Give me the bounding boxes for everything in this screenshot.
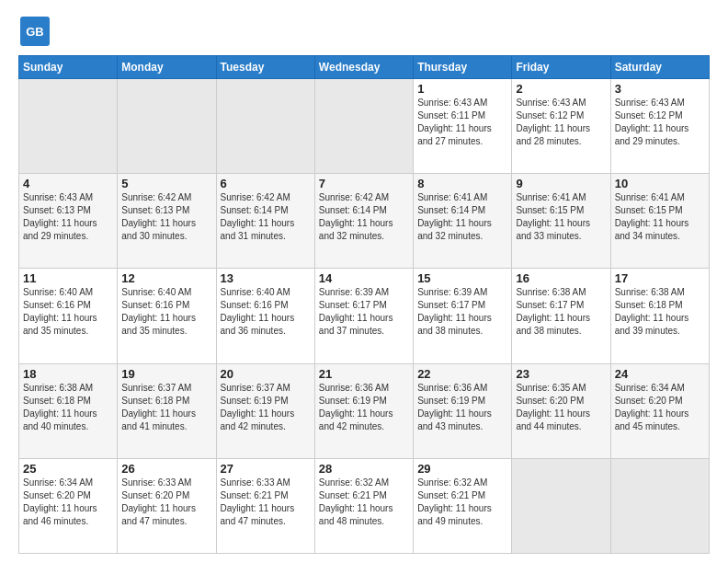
calendar-cell <box>512 458 610 553</box>
calendar-cell: 6Sunrise: 6:42 AMSunset: 6:14 PMDaylight… <box>216 174 314 269</box>
calendar-cell: 4Sunrise: 6:43 AMSunset: 6:13 PMDaylight… <box>19 174 118 269</box>
day-info: Sunrise: 6:32 AMSunset: 6:21 PMDaylight:… <box>319 477 409 528</box>
calendar-cell <box>610 458 709 553</box>
day-info: Sunrise: 6:32 AMSunset: 6:21 PMDaylight:… <box>417 477 507 528</box>
day-number: 23 <box>516 367 606 381</box>
day-number: 21 <box>319 367 409 381</box>
day-info: Sunrise: 6:43 AMSunset: 6:12 PMDaylight:… <box>615 97 705 148</box>
day-info: Sunrise: 6:37 AMSunset: 6:19 PMDaylight:… <box>221 382 311 433</box>
day-info: Sunrise: 6:43 AMSunset: 6:11 PMDaylight:… <box>417 97 507 148</box>
day-info: Sunrise: 6:41 AMSunset: 6:14 PMDaylight:… <box>417 191 507 243</box>
day-number: 3 <box>615 82 705 96</box>
day-number: 17 <box>615 271 705 285</box>
calendar-cell <box>314 79 413 174</box>
day-header-friday: Friday <box>512 56 610 79</box>
calendar-cell: 5Sunrise: 6:42 AMSunset: 6:13 PMDaylight… <box>118 174 216 269</box>
calendar-cell: 15Sunrise: 6:39 AMSunset: 6:17 PMDayligh… <box>414 269 512 363</box>
day-number: 18 <box>23 367 113 381</box>
calendar-cell: 14Sunrise: 6:39 AMSunset: 6:17 PMDayligh… <box>314 269 413 363</box>
day-number: 11 <box>23 271 113 285</box>
day-info: Sunrise: 6:43 AMSunset: 6:13 PMDaylight:… <box>23 191 113 243</box>
day-info: Sunrise: 6:37 AMSunset: 6:18 PMDaylight:… <box>121 382 211 433</box>
day-number: 14 <box>319 271 409 285</box>
day-number: 25 <box>23 462 113 476</box>
day-header-thursday: Thursday <box>414 56 512 79</box>
day-number: 26 <box>121 462 211 476</box>
calendar-cell: 2Sunrise: 6:43 AMSunset: 6:12 PMDaylight… <box>512 79 610 174</box>
calendar-cell: 11Sunrise: 6:40 AMSunset: 6:16 PMDayligh… <box>19 269 118 363</box>
logo-icon: GB <box>18 15 51 48</box>
day-info: Sunrise: 6:33 AMSunset: 6:20 PMDaylight:… <box>121 477 211 528</box>
calendar-cell <box>118 79 216 174</box>
calendar-cell: 25Sunrise: 6:34 AMSunset: 6:20 PMDayligh… <box>19 458 118 553</box>
day-number: 16 <box>516 271 606 285</box>
day-number: 2 <box>516 82 606 96</box>
calendar-cell <box>216 79 314 174</box>
day-number: 7 <box>319 177 409 190</box>
calendar-table: SundayMondayTuesdayWednesdayThursdayFrid… <box>18 55 710 554</box>
day-number: 20 <box>221 367 311 381</box>
day-number: 24 <box>615 367 705 381</box>
day-info: Sunrise: 6:35 AMSunset: 6:20 PMDaylight:… <box>516 382 606 433</box>
logo: GB <box>18 15 53 48</box>
day-number: 13 <box>221 271 311 285</box>
calendar-cell: 23Sunrise: 6:35 AMSunset: 6:20 PMDayligh… <box>512 363 610 458</box>
calendar-cell <box>19 79 118 174</box>
day-number: 27 <box>221 462 311 476</box>
calendar-cell: 12Sunrise: 6:40 AMSunset: 6:16 PMDayligh… <box>118 269 216 363</box>
day-info: Sunrise: 6:42 AMSunset: 6:14 PMDaylight:… <box>221 191 311 243</box>
calendar-cell: 9Sunrise: 6:41 AMSunset: 6:15 PMDaylight… <box>512 174 610 269</box>
calendar-cell: 10Sunrise: 6:41 AMSunset: 6:15 PMDayligh… <box>610 174 709 269</box>
day-header-sunday: Sunday <box>19 56 118 79</box>
day-header-monday: Monday <box>118 56 216 79</box>
day-header-tuesday: Tuesday <box>216 56 314 79</box>
header: GB <box>18 15 710 48</box>
day-info: Sunrise: 6:39 AMSunset: 6:17 PMDaylight:… <box>319 286 409 338</box>
day-info: Sunrise: 6:38 AMSunset: 6:18 PMDaylight:… <box>615 286 705 338</box>
day-info: Sunrise: 6:42 AMSunset: 6:14 PMDaylight:… <box>319 191 409 243</box>
day-number: 6 <box>221 177 311 190</box>
day-info: Sunrise: 6:33 AMSunset: 6:21 PMDaylight:… <box>221 477 311 528</box>
day-number: 10 <box>615 177 705 190</box>
day-info: Sunrise: 6:40 AMSunset: 6:16 PMDaylight:… <box>221 286 311 338</box>
day-info: Sunrise: 6:43 AMSunset: 6:12 PMDaylight:… <box>516 97 606 148</box>
day-info: Sunrise: 6:40 AMSunset: 6:16 PMDaylight:… <box>121 286 211 338</box>
calendar-cell: 16Sunrise: 6:38 AMSunset: 6:17 PMDayligh… <box>512 269 610 363</box>
day-info: Sunrise: 6:38 AMSunset: 6:18 PMDaylight:… <box>23 382 113 433</box>
calendar-cell: 7Sunrise: 6:42 AMSunset: 6:14 PMDaylight… <box>314 174 413 269</box>
day-number: 9 <box>516 177 606 190</box>
calendar-cell: 29Sunrise: 6:32 AMSunset: 6:21 PMDayligh… <box>414 458 512 553</box>
day-number: 19 <box>121 367 211 381</box>
page: GB SundayMondayTuesdayWednesdayThursdayF… <box>0 0 728 563</box>
calendar-cell: 17Sunrise: 6:38 AMSunset: 6:18 PMDayligh… <box>610 269 709 363</box>
day-info: Sunrise: 6:41 AMSunset: 6:15 PMDaylight:… <box>615 191 705 243</box>
day-number: 4 <box>23 177 113 190</box>
day-info: Sunrise: 6:38 AMSunset: 6:17 PMDaylight:… <box>516 286 606 338</box>
calendar-cell: 24Sunrise: 6:34 AMSunset: 6:20 PMDayligh… <box>610 363 709 458</box>
day-number: 1 <box>417 82 507 96</box>
svg-text:GB: GB <box>26 25 44 39</box>
calendar-cell: 21Sunrise: 6:36 AMSunset: 6:19 PMDayligh… <box>314 363 413 458</box>
day-info: Sunrise: 6:36 AMSunset: 6:19 PMDaylight:… <box>417 382 507 433</box>
calendar-cell: 27Sunrise: 6:33 AMSunset: 6:21 PMDayligh… <box>216 458 314 553</box>
calendar-cell: 26Sunrise: 6:33 AMSunset: 6:20 PMDayligh… <box>118 458 216 553</box>
calendar-cell: 8Sunrise: 6:41 AMSunset: 6:14 PMDaylight… <box>414 174 512 269</box>
day-header-wednesday: Wednesday <box>314 56 413 79</box>
day-info: Sunrise: 6:39 AMSunset: 6:17 PMDaylight:… <box>417 286 507 338</box>
calendar-cell: 22Sunrise: 6:36 AMSunset: 6:19 PMDayligh… <box>414 363 512 458</box>
day-info: Sunrise: 6:34 AMSunset: 6:20 PMDaylight:… <box>23 477 113 528</box>
day-header-saturday: Saturday <box>610 56 709 79</box>
day-number: 15 <box>417 271 507 285</box>
day-info: Sunrise: 6:42 AMSunset: 6:13 PMDaylight:… <box>121 191 211 243</box>
calendar-cell: 13Sunrise: 6:40 AMSunset: 6:16 PMDayligh… <box>216 269 314 363</box>
day-number: 29 <box>417 462 507 476</box>
day-number: 22 <box>417 367 507 381</box>
calendar-cell: 28Sunrise: 6:32 AMSunset: 6:21 PMDayligh… <box>314 458 413 553</box>
calendar-cell: 1Sunrise: 6:43 AMSunset: 6:11 PMDaylight… <box>414 79 512 174</box>
day-number: 5 <box>121 177 211 190</box>
day-info: Sunrise: 6:41 AMSunset: 6:15 PMDaylight:… <box>516 191 606 243</box>
day-info: Sunrise: 6:36 AMSunset: 6:19 PMDaylight:… <box>319 382 409 433</box>
day-number: 8 <box>417 177 507 190</box>
day-info: Sunrise: 6:40 AMSunset: 6:16 PMDaylight:… <box>23 286 113 338</box>
calendar-cell: 19Sunrise: 6:37 AMSunset: 6:18 PMDayligh… <box>118 363 216 458</box>
